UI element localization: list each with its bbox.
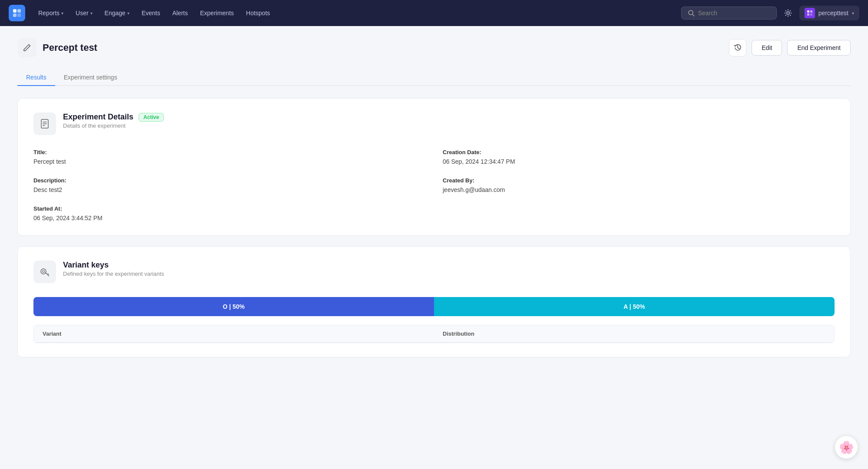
account-icon <box>805 8 815 18</box>
details-grid: Title: Percept test Creation Date: 06 Se… <box>33 149 835 221</box>
chevron-down-icon: ▾ <box>61 11 63 16</box>
variant-section-title: Variant keys <box>63 261 164 270</box>
tab-results[interactable]: Results <box>17 69 55 86</box>
svg-rect-1 <box>17 9 21 13</box>
section-subtitle: Details of the experiment <box>63 122 164 129</box>
account-menu[interactable]: percepttest ▾ <box>799 6 859 20</box>
variant-section-subtitle: Defined keys for the experiment variants <box>63 271 164 277</box>
svg-point-16 <box>43 271 45 273</box>
svg-rect-3 <box>17 13 21 17</box>
search-bar[interactable]: Search <box>681 7 777 20</box>
experiment-details-card: Experiment Details Active Details of the… <box>17 98 851 236</box>
table-header-distribution: Distribution <box>434 325 834 342</box>
history-button[interactable] <box>729 39 746 56</box>
bar-segment-a: A | 50% <box>434 297 835 316</box>
table-header-row: Variant Distribution <box>34 325 834 343</box>
chevron-down-icon: ▾ <box>127 11 129 16</box>
distribution-bar: O | 50% A | 50% <box>33 297 835 316</box>
key-icon <box>33 261 56 283</box>
settings-button[interactable] <box>780 5 796 21</box>
description-value: Desc test2 <box>33 186 425 193</box>
nav-item-engage[interactable]: Engage ▾ <box>100 7 134 19</box>
search-icon <box>688 10 695 17</box>
svg-rect-0 <box>13 9 17 13</box>
svg-rect-7 <box>807 10 809 13</box>
header-actions: Edit End Experiment <box>729 39 851 56</box>
started-at-label: Started At: <box>33 205 425 212</box>
table-header-variant: Variant <box>34 325 434 342</box>
nav-item-alerts[interactable]: Alerts <box>168 7 192 19</box>
variant-keys-card: Variant keys Defined keys for the experi… <box>17 246 851 357</box>
variant-table: Variant Distribution <box>33 325 835 343</box>
title-area: Percept test <box>17 38 97 57</box>
nav-item-events[interactable]: Events <box>137 7 165 19</box>
created-by-label: Created By: <box>443 177 835 184</box>
nav-item-user[interactable]: User ▾ <box>71 7 97 19</box>
started-at-field: Started At: 06 Sep, 2024 3:44:52 PM <box>33 205 425 221</box>
svg-point-6 <box>787 12 789 14</box>
created-by-value: jeevesh.g@udaan.com <box>443 186 835 193</box>
bar-segment-0: O | 50% <box>33 297 434 316</box>
nav-item-hotspots[interactable]: Hotspots <box>242 7 274 19</box>
flower-button[interactable]: 🌸 <box>835 436 858 459</box>
title-value: Percept test <box>33 158 425 165</box>
document-icon <box>33 112 56 135</box>
description-field: Description: Desc test2 <box>33 177 425 193</box>
edit-button[interactable]: Edit <box>752 40 782 56</box>
nav-item-reports[interactable]: Reports ▾ <box>34 7 68 19</box>
svg-rect-2 <box>13 13 17 17</box>
description-label: Description: <box>33 177 425 184</box>
started-at-value: 06 Sep, 2024 3:44:52 PM <box>33 215 425 221</box>
nav-item-experiments[interactable]: Experiments <box>195 7 238 19</box>
variant-card-header: Variant keys Defined keys for the experi… <box>33 261 835 283</box>
page-header: Percept test Edit End Experiment <box>17 38 851 57</box>
svg-rect-9 <box>807 13 809 16</box>
chevron-down-icon: ▾ <box>90 11 93 16</box>
svg-point-15 <box>41 269 46 274</box>
page-title: Percept test <box>43 42 97 53</box>
title-label: Title: <box>33 149 425 155</box>
creation-date-label: Creation Date: <box>443 149 835 155</box>
end-experiment-button[interactable]: End Experiment <box>787 40 851 56</box>
svg-rect-10 <box>810 13 812 16</box>
status-badge: Active <box>139 113 164 122</box>
created-by-field: Created By: jeevesh.g@udaan.com <box>443 177 835 193</box>
chevron-down-icon: ▾ <box>852 11 854 16</box>
tab-experiment-settings[interactable]: Experiment settings <box>55 69 126 86</box>
navbar: Reports ▾ User ▾ Engage ▾ Events Alerts … <box>0 0 868 26</box>
tabs-bar: Results Experiment settings <box>17 69 851 86</box>
section-title: Experiment Details <box>63 112 133 122</box>
logo[interactable] <box>9 5 25 21</box>
svg-rect-8 <box>810 10 812 13</box>
creation-date-value: 06 Sep, 2024 12:34:47 PM <box>443 158 835 165</box>
creation-date-field: Creation Date: 06 Sep, 2024 12:34:47 PM <box>443 149 835 165</box>
pencil-icon-button[interactable] <box>17 38 36 57</box>
svg-line-5 <box>692 14 694 16</box>
page-content: Percept test Edit End Experiment Results… <box>0 26 868 380</box>
card-header: Experiment Details Active Details of the… <box>33 112 835 135</box>
title-field: Title: Percept test <box>33 149 425 165</box>
